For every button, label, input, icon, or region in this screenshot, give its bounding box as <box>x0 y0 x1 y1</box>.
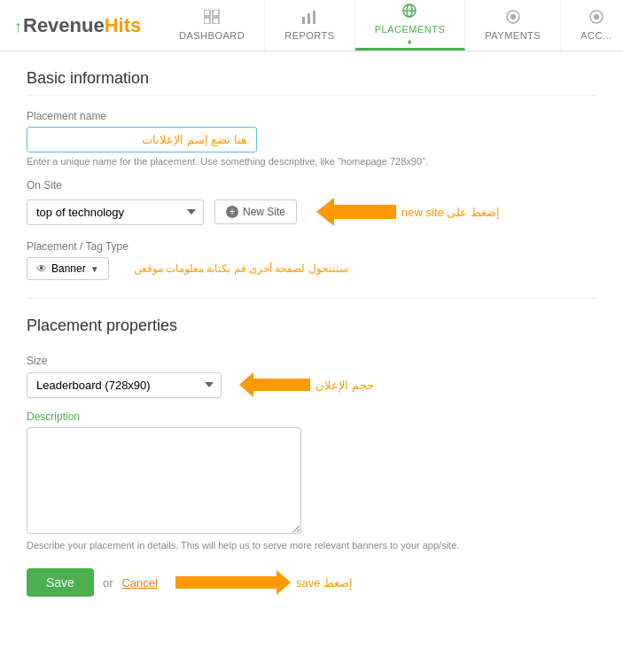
logo-arrow-icon: ↑ <box>14 18 22 36</box>
caret-down-icon: ▼ <box>90 264 99 274</box>
tab-account-label: ACC... <box>580 30 611 41</box>
save-annotation: إضغط save <box>175 569 353 596</box>
tab-payments-label: PAYMENTS <box>485 30 541 41</box>
on-site-select[interactable]: top of technology <box>27 199 204 225</box>
account-icon <box>588 10 604 27</box>
svg-rect-4 <box>302 17 305 24</box>
on-site-row: top of technology + New Site إضغط على ne… <box>27 196 596 228</box>
tab-account[interactable]: ACC... <box>561 0 623 51</box>
tab-reports-label: REPORTS <box>284 30 334 41</box>
banner-button[interactable]: 👁 Banner ▼ <box>27 257 109 280</box>
placement-name-group: Placement name Enter a unique name for t… <box>27 110 596 167</box>
svg-rect-2 <box>204 18 210 24</box>
size-select[interactable]: Leaderboard (728x90) Banner (468x60) Hal… <box>27 372 222 398</box>
svg-point-11 <box>510 14 516 20</box>
svg-marker-14 <box>316 198 396 226</box>
tab-reports[interactable]: REPORTS <box>265 0 354 51</box>
tab-payments[interactable]: PAYMENTS <box>465 0 561 51</box>
placements-caret-icon: ▲ <box>406 37 413 45</box>
nav-tabs: DASHBOARD REPORTS PLACEMENTS ▲ PAYMENTS <box>160 0 623 51</box>
annotation-save-ar: إضغط save <box>296 576 353 590</box>
reports-icon <box>301 10 317 27</box>
tab-placements[interactable]: PLACEMENTS ▲ <box>355 0 466 51</box>
save-button[interactable]: Save <box>27 568 94 597</box>
arrow-size-icon <box>239 371 310 398</box>
description-hint: Describe your placement in details. This… <box>27 540 523 551</box>
size-label: Size <box>27 355 596 367</box>
description-group: Description Describe your placement in d… <box>27 410 596 551</box>
new-site-annotation: إضغط على new site <box>316 196 500 228</box>
tag-type-row: 👁 Banner ▼ ستنتحول لصفحة أخرى قم بكتابة … <box>27 257 596 280</box>
logo: ↑RevenueHits <box>0 0 160 51</box>
svg-rect-1 <box>213 10 219 16</box>
tab-dashboard[interactable]: DASHBOARD <box>160 0 265 51</box>
section-divider <box>27 298 596 299</box>
dashboard-icon <box>204 10 220 27</box>
basic-info-title: Basic information <box>27 69 596 96</box>
placement-name-input[interactable] <box>27 127 257 152</box>
placements-icon <box>401 4 417 21</box>
annotation-new-site-ar: إضغط على new site <box>401 206 500 219</box>
new-site-button[interactable]: + New Site <box>214 199 297 224</box>
placement-name-hint: Enter a unique name for the placement. U… <box>27 156 596 167</box>
logo-hits-text: Hits <box>105 14 142 36</box>
plus-icon: + <box>226 206 238 218</box>
nav-header: ↑RevenueHits DASHBOARD REPORTS PLACEM <box>0 0 623 51</box>
arrow-save-icon <box>175 569 291 596</box>
tab-placements-label: PLACEMENTS <box>375 24 446 35</box>
annotation-banner-ar: ستنتحول لصفحة أخرى قم بكتابة معلومات موق… <box>134 262 348 275</box>
svg-point-13 <box>594 14 599 20</box>
size-annotation: حجم الإعلان <box>239 371 374 398</box>
size-group: Size Leaderboard (728x90) Banner (468x60… <box>27 355 596 398</box>
placement-name-label: Placement name <box>27 110 596 122</box>
tag-type-group: Placement / Tag Type 👁 Banner ▼ ستنتحول … <box>27 240 596 280</box>
annotation-size-ar: حجم الإعلان <box>315 379 374 392</box>
svg-rect-6 <box>313 11 315 24</box>
svg-marker-15 <box>239 372 310 397</box>
tab-dashboard-label: DASHBOARD <box>179 30 245 41</box>
svg-rect-3 <box>213 18 219 24</box>
svg-rect-5 <box>308 13 310 24</box>
footer-buttons: Save or Cancel إضغط save <box>27 568 596 597</box>
placement-props-title: Placement properties <box>27 316 596 342</box>
svg-rect-0 <box>204 10 210 16</box>
logo-revenue-text: Revenue <box>23 14 105 36</box>
description-label: Description <box>27 410 596 423</box>
eye-icon: 👁 <box>36 262 47 275</box>
svg-marker-16 <box>175 570 291 595</box>
banner-label: Banner <box>51 262 86 275</box>
description-textarea[interactable] <box>27 427 301 534</box>
new-site-label: New Site <box>243 206 285 218</box>
size-row: Leaderboard (728x90) Banner (468x60) Hal… <box>27 371 596 398</box>
payments-icon <box>505 10 521 27</box>
or-text: or <box>103 576 113 590</box>
on-site-label: On Site <box>27 179 596 191</box>
arrow-new-site-icon <box>316 196 396 228</box>
tag-type-label: Placement / Tag Type <box>27 240 596 253</box>
on-site-group: On Site top of technology + New Site إضغ… <box>27 179 596 228</box>
main-content: Basic information Placement name Enter a… <box>0 51 623 614</box>
cancel-button[interactable]: Cancel <box>121 576 157 590</box>
